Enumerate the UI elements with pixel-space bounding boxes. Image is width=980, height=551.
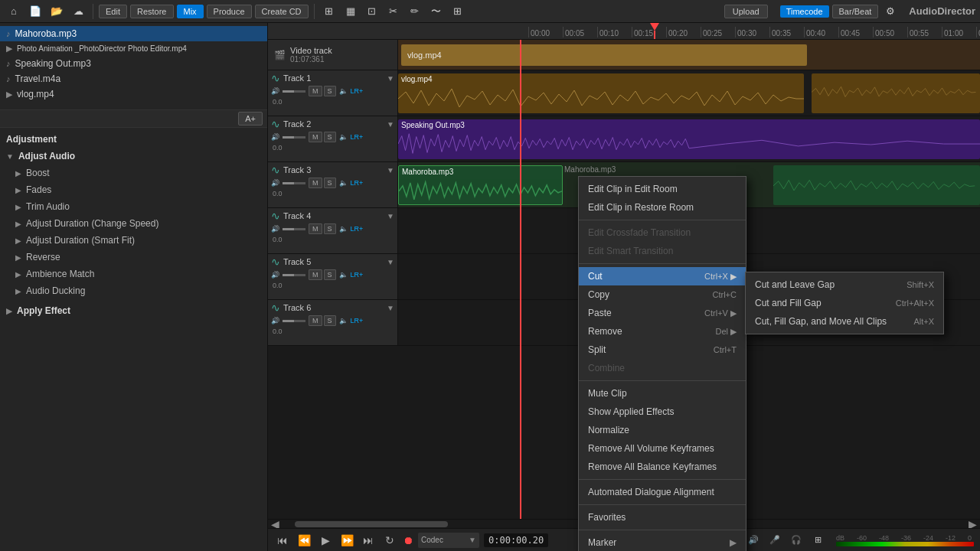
mute-btn-6[interactable]: M (309, 315, 322, 326)
file-item-vlog[interactable]: ▶ vlog.mp4 (0, 86, 267, 102)
ctx-auto-dialogue[interactable]: Automated Dialogue Alignment (579, 483, 746, 501)
file-item-photoanim[interactable]: ▶ Photo Animation _PhotoDirector Photo E… (0, 41, 267, 56)
mute-btn-2[interactable]: M (309, 132, 322, 142)
record-button[interactable]: ⏺ (403, 534, 413, 546)
reverse-item[interactable]: ▶ Reverse (0, 249, 267, 266)
zoom-fit-icon[interactable]: ⊞ (320, 3, 338, 20)
open-icon[interactable]: 📂 (47, 3, 66, 20)
sub-cut-fill-gap[interactable]: Cut and Fill Gap Ctrl+Alt+X (746, 294, 943, 312)
solo-btn-4[interactable]: S (324, 223, 336, 234)
create-cd-button[interactable]: Create CD (255, 5, 309, 18)
vu-up-icon[interactable]: 🔊 (744, 532, 763, 549)
mute-btn-5[interactable]: M (309, 269, 322, 280)
new-icon[interactable]: 📄 (26, 3, 44, 20)
step-forward-button[interactable]: ⏩ (338, 532, 355, 549)
volume-slider-5[interactable] (283, 274, 305, 276)
ctx-show-applied-effects[interactable]: Show Applied Effects (579, 403, 746, 421)
solo-btn-1[interactable]: S (324, 86, 336, 96)
ctx-favorites[interactable]: Favorites (579, 508, 746, 527)
vu-headphone-icon[interactable]: 🎧 (787, 532, 805, 549)
snap-icon[interactable]: ⊡ (363, 3, 381, 20)
skip-end-button[interactable]: ⏭ (360, 532, 377, 549)
aplus-button[interactable]: A+ (238, 112, 263, 126)
ctx-normalize[interactable]: Normalize (579, 421, 746, 439)
clip-1[interactable]: vlog.mp4 (398, 73, 804, 113)
wave-icon[interactable]: 〜 (427, 3, 446, 20)
track-content-2[interactable]: Speaking Out.mp3 (398, 116, 980, 161)
timecode-button[interactable]: Timecode (780, 5, 829, 18)
ctx-remove[interactable]: Remove Del ▶ (579, 322, 746, 341)
mix-button[interactable]: Mix (177, 5, 204, 18)
sub-cut-leave-gap[interactable]: Cut and Leave Gap Shift+X (746, 276, 943, 294)
file-item-speakingout[interactable]: ♪ Speaking Out.mp3 (0, 56, 267, 71)
timeline-icon[interactable]: ▦ (341, 3, 360, 20)
solo-btn-5[interactable]: S (324, 269, 336, 280)
solo-btn-2[interactable]: S (324, 132, 336, 142)
sub-cut-fill-move[interactable]: Cut, Fill Gap, and Move All Clips Alt+X (746, 312, 943, 331)
solo-btn-3[interactable]: S (324, 178, 336, 188)
track-dropdown-3[interactable]: ▼ (387, 166, 394, 174)
ctx-cut[interactable]: Cut Ctrl+X ▶ (579, 267, 746, 285)
track-dropdown-5[interactable]: ▼ (387, 258, 394, 266)
ctx-marker[interactable]: Marker ▶ (579, 533, 746, 551)
pencil-icon[interactable]: ✏ (406, 3, 424, 20)
mute-btn-4[interactable]: M (309, 223, 322, 234)
track-dropdown-2[interactable]: ▼ (387, 120, 394, 129)
edit-button[interactable]: Edit (99, 5, 127, 18)
apply-effect-section[interactable]: ▶ Apply Effect (0, 302, 267, 319)
adjust-duration-smart-item[interactable]: ▶ Adjust Duration (Smart Fit) (0, 232, 267, 249)
skip-start-button[interactable]: ⏮ (274, 532, 291, 549)
adjust-audio-section[interactable]: ▼ Adjust Audio (0, 148, 267, 165)
split-icon[interactable]: ✂ (384, 3, 403, 20)
clip-3b[interactable] (773, 165, 980, 205)
ctx-remove-volume-keyframes[interactable]: Remove All Volume Keyframes (579, 439, 746, 458)
track-dropdown-4[interactable]: ▼ (387, 212, 394, 220)
file-item-mahoroba[interactable]: ♪ Mahoroba.mp3 (0, 26, 267, 41)
video-clip[interactable]: vlog.mp4 (401, 44, 807, 66)
trim-audio-item[interactable]: ▶ Trim Audio (0, 198, 267, 215)
track-dropdown-1[interactable]: ▼ (387, 74, 394, 83)
ambience-match-item[interactable]: ▶ Ambience Match (0, 266, 267, 282)
volume-slider-4[interactable] (283, 228, 305, 230)
volume-slider-1[interactable] (283, 90, 305, 93)
codec-selector[interactable]: Codec ▼ (418, 533, 479, 548)
barbeat-button[interactable]: Bar/Beat (832, 5, 879, 18)
home-icon[interactable]: ⌂ (5, 3, 23, 20)
scroll-thumb[interactable] (295, 521, 448, 527)
volume-slider-6[interactable] (283, 320, 305, 322)
clip-2[interactable]: Speaking Out.mp3 (398, 119, 980, 159)
ctx-edit-restore-room[interactable]: Edit Clip in Restore Room (579, 198, 746, 217)
mute-btn-1[interactable]: M (309, 86, 322, 96)
ctx-edit-edit-room[interactable]: Edit Clip in Edit Room (579, 180, 746, 198)
step-back-button[interactable]: ⏪ (296, 532, 312, 549)
track-content-1[interactable]: vlog.mp4 (398, 70, 980, 116)
cloud-icon[interactable]: ☁ (69, 3, 87, 20)
grid-icon[interactable]: ⊞ (449, 3, 467, 20)
fades-item[interactable]: ▶ Fades (0, 181, 267, 198)
mute-btn-3[interactable]: M (309, 178, 322, 188)
vu-grid-icon[interactable]: ⊞ (808, 532, 827, 549)
produce-button[interactable]: Produce (207, 5, 252, 18)
volume-slider-2[interactable] (283, 136, 305, 139)
audio-ducking-item[interactable]: ▶ Audio Ducking (0, 282, 267, 299)
video-track-content[interactable]: vlog.mp4 (398, 40, 980, 70)
ctx-mute-clip[interactable]: Mute Clip (579, 384, 746, 403)
ctx-split[interactable]: Split Ctrl+T (579, 341, 746, 359)
clip-3a[interactable]: Mahoroba.mp3 (398, 165, 563, 205)
boost-item[interactable]: ▶ Boost (0, 165, 267, 181)
adjust-duration-change-item[interactable]: ▶ Adjust Duration (Change Speed) (0, 215, 267, 232)
loop-button[interactable]: ↻ (381, 532, 398, 549)
restore-button[interactable]: Restore (130, 5, 174, 18)
settings-icon[interactable]: ⚙ (881, 3, 900, 20)
track-dropdown-6[interactable]: ▼ (387, 304, 394, 312)
upload-button[interactable]: Upload (724, 5, 768, 18)
file-item-travel[interactable]: ♪ Travel.m4a (0, 71, 267, 86)
ctx-remove-balance-keyframes[interactable]: Remove All Balance Keyframes (579, 458, 746, 476)
volume-slider-3[interactable] (283, 182, 305, 184)
ctx-paste[interactable]: Paste Ctrl+V ▶ (579, 304, 746, 322)
clip-1b[interactable] (812, 73, 980, 113)
solo-btn-6[interactable]: S (324, 315, 336, 326)
vu-mic-icon[interactable]: 🎤 (766, 532, 784, 549)
ctx-copy[interactable]: Copy Ctrl+C (579, 285, 746, 304)
play-button[interactable]: ▶ (317, 532, 334, 549)
